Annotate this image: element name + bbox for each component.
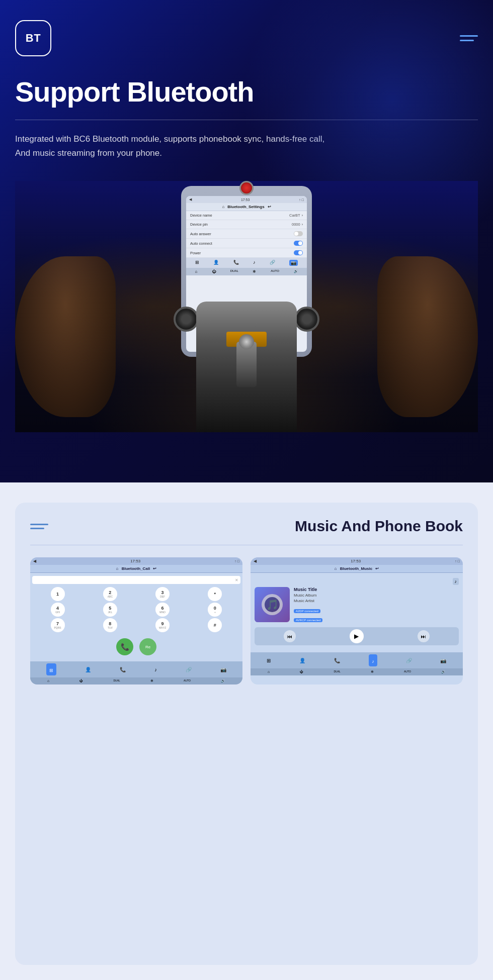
prev-icon: ⏮ (287, 634, 292, 639)
auto-answer-row: Auto answer (186, 229, 307, 239)
page-title: Support Bluetooth (15, 76, 478, 108)
vol-music-sys: 🔊 (441, 670, 446, 674)
music-controls: ⏮ ▶ ⏭ (255, 627, 459, 645)
home-music-sys: ⌂ (268, 670, 270, 674)
hero-divider (15, 120, 478, 120)
seat-left (15, 256, 116, 417)
device-name-label: Device name (190, 213, 212, 218)
grid-nav-active[interactable]: ⊞ (46, 663, 56, 675)
call-status-icons: ↑ □ (234, 559, 239, 563)
auto-call-sys: AUTO (184, 679, 191, 683)
bottom-section-title: Music And Phone Book (295, 518, 463, 535)
back-icon-small: ↩ (268, 205, 271, 209)
gear-knob (239, 334, 254, 349)
status-icons: ↑ □ (299, 198, 304, 202)
play-button[interactable]: ▶ (350, 629, 364, 643)
next-button[interactable]: ⏭ (418, 630, 430, 642)
music-back-icon: ↩ (375, 566, 379, 571)
dial-grid: 1 2ABC 3DEF * 4GHI 5JKL 6MNO 0+ 7PQRS 8T… (32, 587, 240, 632)
music-content: ♪ 🎵 Music Title Music Album Music Artist (251, 573, 463, 652)
hamburger-menu-button[interactable] (460, 35, 478, 41)
person-icon-music: 👤 (299, 658, 305, 663)
dial-btn-6[interactable]: 6MNO (155, 603, 170, 617)
power-label: Power (190, 251, 201, 255)
bt-screen-status-bar: ◀ 17:53 ↑ □ (186, 196, 307, 203)
dial-btn-3[interactable]: 3DEF (155, 587, 170, 601)
dual-call-sys: DUAL (113, 679, 120, 683)
dial-btn-8[interactable]: 8TUV (103, 618, 117, 632)
auto-connect-row: Auto connect (186, 239, 307, 248)
a2dp-badge: A2DP connected (294, 609, 320, 613)
music-title-text: Music Title (294, 587, 459, 592)
home-sys-icon: ⌂ (195, 269, 197, 274)
grid-icon-bt: ⊞ (195, 260, 199, 266)
phone-icon-bt: 📞 (233, 260, 239, 266)
avrcp-badge: AVRCP connected (294, 618, 322, 622)
dial-btn-star[interactable]: * (208, 587, 222, 601)
dial-btn-9[interactable]: 9WXYZ (155, 618, 170, 632)
redial-button[interactable]: Re (139, 638, 156, 655)
call-clock: 17:53 (130, 559, 140, 563)
dial-btn-1[interactable]: 1 (51, 587, 65, 601)
hero-section: BT Support Bluetooth Integrated with BC6… (0, 0, 493, 482)
snowflake-sys-icon: ❄ (253, 269, 256, 274)
music-icon-bt: ♪ (253, 260, 256, 266)
chevron-right-icon: › (302, 214, 303, 217)
center-console (196, 302, 297, 432)
left-control-knob[interactable] (174, 307, 199, 332)
person-icon-call: 👤 (85, 667, 91, 672)
dial-btn-0[interactable]: 0+ (208, 603, 222, 617)
gear-shifter (236, 342, 257, 387)
chevron-right-icon-2: › (302, 223, 303, 226)
link-icon-bt: 🔗 (270, 260, 275, 266)
clock-display: 17:53 (241, 198, 250, 202)
dial-input-field[interactable]: ✕ (32, 576, 240, 584)
device-name-value: CarBT (289, 213, 300, 218)
music-note-icon-top: ♪ (453, 578, 459, 585)
call-back-icon: ↩ (153, 566, 156, 571)
dial-clear-icon[interactable]: ✕ (235, 578, 238, 582)
person-icon-bt: 👤 (213, 260, 219, 266)
music-album-text: Music Album (294, 593, 459, 598)
call-screen-status-bar: ◀ 17:53 ↑ □ (30, 557, 242, 565)
grid-icon-music: ⊞ (267, 658, 271, 663)
bt-logo: BT (15, 20, 51, 56)
auto-connect-toggle[interactable] (294, 241, 303, 246)
dial-btn-7[interactable]: 7PQRS (51, 618, 65, 632)
bt-screen-title: ⌂ Bluetooth_Settings ↩ (186, 203, 307, 211)
link-icon-call: 🔗 (186, 667, 192, 672)
music-back-arrow: ◀ (254, 559, 257, 563)
snow-call-sys: ❄ (150, 679, 153, 683)
make-call-button[interactable]: 📞 (116, 638, 133, 655)
call-icon: 📞 (121, 643, 129, 651)
bottom-divider (30, 545, 463, 545)
music-clock: 17:53 (351, 559, 361, 563)
dial-btn-hash[interactable]: # (208, 618, 222, 632)
right-control-knob[interactable] (294, 307, 319, 332)
back-arrow: ◀ (189, 198, 192, 202)
device-name-row: Device name CarBT › (186, 211, 307, 220)
power-music-sys: ⏻ (300, 670, 303, 674)
grid-icon-call: ⊞ (49, 668, 53, 673)
music-badges: A2DP connected AVRCP connected (294, 605, 459, 623)
camera-icon-music: 📷 (440, 658, 446, 663)
bottom-menu-icon[interactable] (30, 524, 48, 529)
power-toggle[interactable] (294, 250, 303, 255)
dial-btn-2[interactable]: 2ABC (103, 587, 117, 601)
link-icon-music: 🔗 (406, 658, 412, 663)
phone-icon-music: 📞 (334, 658, 340, 663)
menu-line-1 (30, 524, 48, 525)
call-action-buttons: 📞 Re (32, 635, 240, 658)
music-nav-active[interactable]: ♪ (369, 654, 377, 666)
music-bottom-nav: ⊞ 👤 📞 ♪ 🔗 📷 (251, 652, 463, 668)
bottom-section: Music And Phone Book ◀ 17:53 ↑ □ ⌂ Bluet… (0, 482, 493, 980)
redial-icon: Re (145, 645, 150, 649)
music-status-icons: ↑ □ (455, 559, 460, 563)
music-card: ◀ 17:53 ↑ □ ⌂ Bluetooth_Music ↩ ♪ (251, 557, 463, 684)
dual-sys-label: DUAL (230, 269, 238, 274)
dial-btn-5[interactable]: 5JKL (103, 603, 117, 617)
dial-btn-4[interactable]: 4GHI (51, 603, 65, 617)
auto-answer-toggle[interactable] (294, 231, 303, 236)
prev-button[interactable]: ⏮ (284, 630, 296, 642)
power-sys-icon: ⏻ (212, 269, 216, 274)
